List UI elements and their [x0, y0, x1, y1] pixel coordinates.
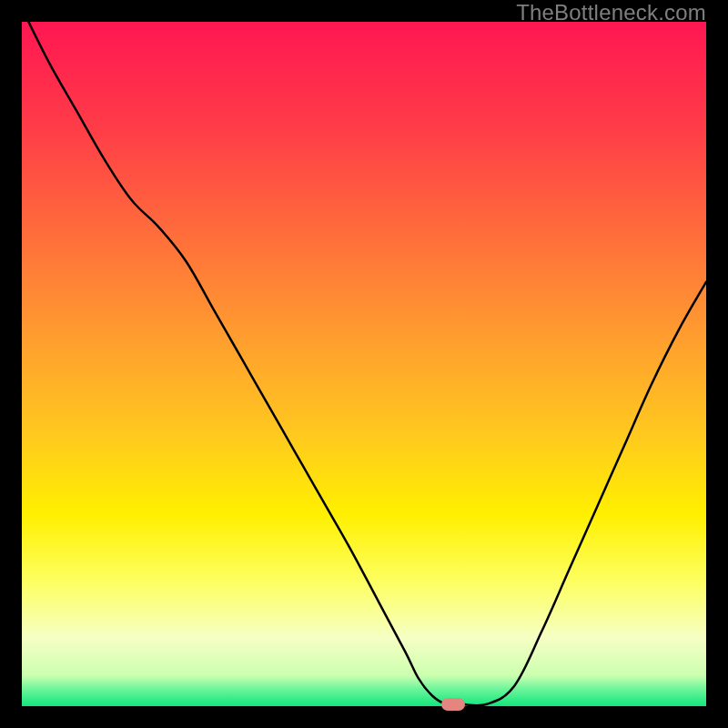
bottleneck-curve — [22, 22, 706, 706]
chart-plot-area — [22, 22, 706, 706]
optimal-point-marker — [441, 698, 465, 711]
